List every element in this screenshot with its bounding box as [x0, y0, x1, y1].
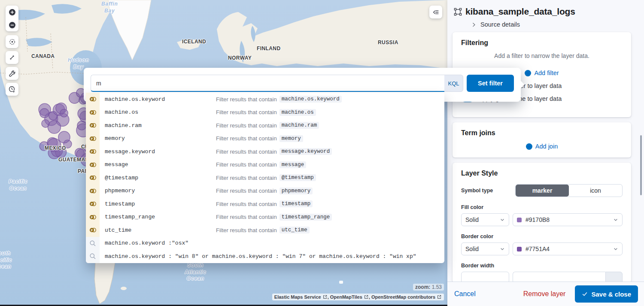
add-join-button[interactable]: + Add join [461, 143, 623, 150]
suggestion-row-4[interactable]: F message.keyword Filter results that co… [86, 145, 444, 158]
layer-title: kibana_sample_data_logs [465, 6, 575, 17]
timeslider-button[interactable] [6, 83, 18, 96]
field-icon: F [89, 148, 96, 155]
suggestion-description: Filter results that contain utc_time [216, 227, 310, 233]
term-joins-card: Term joins + Add join [453, 122, 631, 158]
suggestion-row-11[interactable]: machine.os.keyword :"osx" [86, 237, 444, 250]
suggestion-field-name: machine.os [105, 109, 216, 115]
suggestion-row-7[interactable]: F phpmemory Filter results that contain … [86, 185, 444, 198]
svg-text:F: F [91, 189, 93, 193]
field-icon: F [89, 188, 96, 194]
zoom-readout: zoom: 1.53 [413, 284, 444, 291]
suggestion-field-name: machine.os.keyword [105, 96, 216, 103]
map-label-baffin-bay: BaffinBay [101, 1, 118, 14]
add-filter-label: Add filter [534, 70, 559, 76]
fit-to-bounds-button[interactable] [6, 51, 18, 64]
set-filter-button[interactable]: Set filter [467, 75, 514, 92]
suggestion-row-9[interactable]: F timestamp_range Filter results that co… [86, 211, 444, 224]
save-close-button[interactable]: Save & close [575, 285, 638, 303]
suggestion-row-2[interactable]: F machine.ram Filter results that contai… [86, 119, 444, 132]
suggestion-row-3[interactable]: F memory Filter results that contain mem… [86, 132, 444, 145]
fill-color-value: #9170B8 [526, 216, 613, 223]
edit-layer-flyout: kibana_sample_data_logs Source details F… [447, 0, 644, 306]
suggestion-description-prefix: Filter results that contain [216, 175, 277, 181]
field-icon: F [89, 161, 96, 168]
map-label-pacific-ocean: PacificOcean [9, 179, 27, 192]
vector-layer-icon [454, 8, 462, 16]
suggestion-description-code: utc_time [279, 227, 310, 233]
query-bar: KQL [91, 75, 463, 92]
suggestion-description-prefix: Filter results that contain [216, 122, 277, 129]
map-label-norway: NORWAY [228, 55, 252, 61]
search-icon [89, 253, 96, 260]
suggestion-description: Filter results that contain @timestamp [216, 174, 316, 181]
zoom-out-button[interactable] [6, 18, 18, 31]
suggestion-field-name: utc_time [105, 227, 216, 233]
kql-language-button[interactable]: KQL [444, 75, 463, 92]
zoom-in-button[interactable] [6, 6, 18, 18]
map-attribution: Elastic Maps Service, OpenMapTiles, Open… [272, 294, 444, 300]
suggestion-query-text: machine.os.keyword :"osx" [105, 240, 188, 246]
layer-style-heading: Layer Style [461, 170, 623, 177]
suggestion-row-12[interactable]: machine.os.keyword : "win 8" or machine.… [86, 250, 444, 263]
suggestion-row-6[interactable]: F @timestamp Filter results that contain… [86, 171, 444, 185]
filtering-heading: Filtering [461, 39, 623, 47]
field-icon: F [89, 135, 96, 142]
attribution-link-1[interactable]: OpenMapTiles [330, 294, 362, 300]
svg-text:F: F [91, 136, 93, 140]
svg-text:F: F [91, 215, 93, 219]
border-color-value: #7751A4 [526, 245, 613, 252]
border-color-swatch [517, 247, 522, 251]
suggestion-row-10[interactable]: F utc_time Filter results that contain u… [86, 224, 444, 237]
kibana-maps-app: CANADAICELANDNORWAYFINLANDRUSSIAMEXICOCU… [0, 0, 644, 306]
fill-color-swatch [517, 218, 522, 222]
suggestion-field-name: machine.ram [105, 122, 216, 129]
suggestion-row-1[interactable]: F machine.os Filter results that contain… [86, 106, 444, 119]
suggestion-description-prefix: Filter results that contain [216, 96, 277, 103]
chevron-down-icon [613, 246, 618, 251]
attribution-link-0[interactable]: Elastic Maps Service [274, 294, 321, 300]
suggestion-field-name: phpmemory [105, 188, 216, 194]
suggestion-description-code: timestamp_range [279, 214, 332, 221]
suggestion-row-8[interactable]: F timestamp Filter results that contain … [86, 197, 444, 211]
suggestion-description: Filter results that contain timestamp [216, 200, 313, 207]
suggestion-description-prefix: Filter results that contain [216, 109, 277, 115]
flyout-scrollbar-thumb[interactable] [640, 135, 642, 195]
suggestion-field-name: message.keyword [105, 148, 216, 155]
fill-color-picker[interactable]: #9170B8 [513, 213, 623, 226]
remove-layer-button[interactable]: Remove layer [523, 290, 566, 298]
border-color-mode-select[interactable]: Solid [461, 242, 509, 255]
cancel-button[interactable]: Cancel [454, 290, 476, 298]
suggestion-description: Filter results that contain machine.ram [216, 122, 319, 129]
collapse-legend-button[interactable] [429, 6, 442, 18]
fill-color-mode-select[interactable]: Solid [461, 213, 509, 226]
plus-circle-icon: + [526, 143, 532, 150]
source-details-accordion[interactable]: Source details [471, 21, 637, 28]
suggestion-field-name: timestamp [105, 201, 216, 207]
symbol-type-option-marker[interactable]: marker [516, 185, 569, 197]
symbol-type-label: Symbol type [461, 188, 515, 194]
suggestion-row-5[interactable]: F message Filter results that contain me… [86, 158, 444, 172]
save-close-label: Save & close [591, 291, 631, 298]
suggestion-description-prefix: Filter results that contain [216, 227, 277, 233]
plus-circle-icon: + [525, 70, 531, 76]
attribution-link-2[interactable]: OpenStreetMap contributors [371, 294, 435, 300]
suggestion-field-name: timestamp_range [105, 214, 216, 220]
wrench-icon [9, 70, 16, 77]
symbol-type-option-icon[interactable]: icon [569, 185, 622, 197]
svg-text:F: F [91, 124, 93, 127]
field-icon: F [89, 200, 96, 207]
border-color-picker[interactable]: #7751A4 [513, 242, 623, 255]
menu-left-icon [432, 9, 440, 16]
suggestion-description-code: memory [279, 135, 303, 142]
svg-text:F: F [91, 202, 93, 206]
suggestion-row-0[interactable]: F machine.os.keyword Filter results that… [86, 93, 444, 106]
query-input[interactable] [91, 75, 444, 92]
expand-diagonal-icon [9, 54, 15, 61]
source-details-label: Source details [480, 21, 520, 28]
set-view-button[interactable] [6, 35, 18, 48]
suggestion-description: Filter results that contain memory [216, 135, 303, 142]
draw-tools-button[interactable] [6, 67, 18, 80]
chevron-right-icon [471, 22, 477, 27]
kql-suggestions-list: F machine.os.keyword Filter results that… [86, 93, 444, 263]
